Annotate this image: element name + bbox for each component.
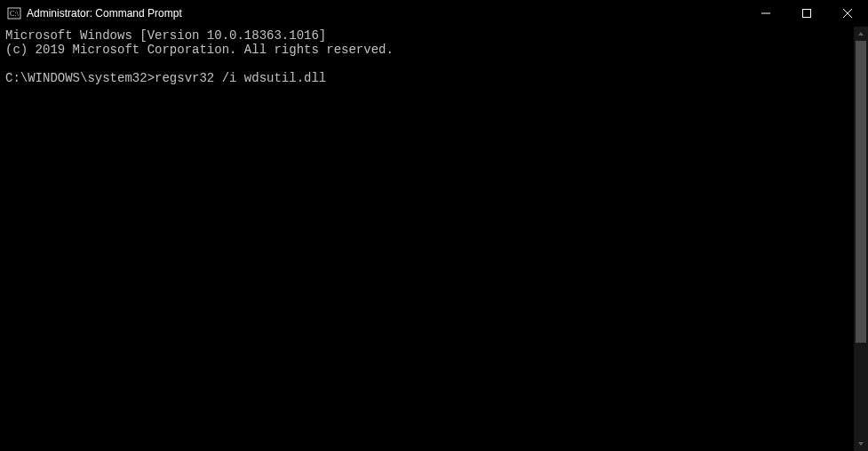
svg-marker-6 xyxy=(858,32,864,36)
terminal-output: Microsoft Windows [Version 10.0.18363.10… xyxy=(0,27,868,85)
svg-rect-3 xyxy=(803,10,811,18)
vertical-scrollbar[interactable] xyxy=(854,27,868,451)
scroll-down-arrow-icon[interactable] xyxy=(854,437,868,451)
output-line: Microsoft Windows [Version 10.0.18363.10… xyxy=(5,28,326,43)
output-line: (c) 2019 Microsoft Corporation. All righ… xyxy=(5,43,394,57)
scroll-up-arrow-icon[interactable] xyxy=(854,27,868,41)
minimize-button[interactable] xyxy=(745,0,786,27)
cmd-icon: C:\ xyxy=(7,6,21,20)
close-button[interactable] xyxy=(827,0,868,27)
terminal-area[interactable]: Microsoft Windows [Version 10.0.18363.10… xyxy=(0,27,868,451)
window-title: Administrator: Command Prompt xyxy=(27,7,182,20)
svg-text:C:\: C:\ xyxy=(10,10,20,18)
svg-marker-7 xyxy=(858,442,864,446)
maximize-button[interactable] xyxy=(786,0,827,27)
window-controls xyxy=(745,0,868,27)
prompt: C:\WINDOWS\system32> xyxy=(5,71,155,85)
titlebar-left: C:\ Administrator: Command Prompt xyxy=(7,6,182,20)
command-input[interactable]: regsvr32 /i wdsutil.dll xyxy=(155,71,326,85)
titlebar: C:\ Administrator: Command Prompt xyxy=(0,0,868,27)
scrollbar-thumb[interactable] xyxy=(856,41,866,343)
